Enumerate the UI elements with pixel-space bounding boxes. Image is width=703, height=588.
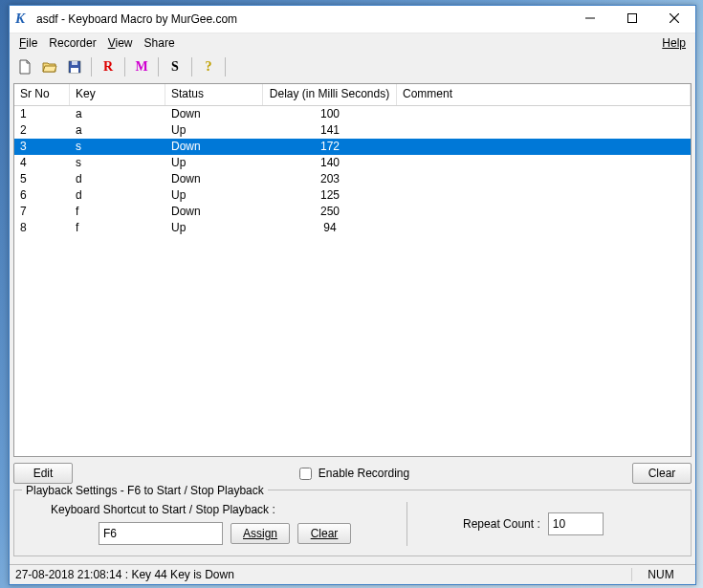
app-window: K asdf - Keyboard Macro by MurGee.com Fi… — [9, 5, 696, 585]
cell-comment — [397, 106, 691, 122]
cell-delay: 125 — [263, 187, 397, 204]
menu-recorder[interactable]: Recorder — [43, 35, 101, 51]
lower-panel: Edit Enable Recording Clear Playback Set… — [13, 461, 692, 560]
status-text: 27-08-2018 21:08:14 : Key 44 Key is Down — [15, 568, 234, 581]
shortcut-label: Keyboard Shortcut to Start / Stop Playba… — [51, 503, 351, 516]
cell-sr: 3 — [14, 139, 70, 155]
toolbar-separator — [91, 57, 92, 76]
window-title: asdf - Keyboard Macro by MurGee.com — [36, 12, 569, 26]
cell-sr: 1 — [14, 106, 70, 122]
menu-view[interactable]: View — [102, 35, 139, 51]
table-row[interactable]: 6dUp125 — [14, 187, 691, 204]
close-button[interactable] — [653, 6, 695, 33]
cell-status: Up — [165, 220, 263, 236]
cell-delay: 140 — [263, 155, 397, 171]
record-button-icon[interactable]: R — [97, 55, 120, 78]
playback-legend: Playback Settings - F6 to Start / Stop P… — [22, 484, 268, 497]
clear-shortcut-button[interactable]: Clear — [297, 523, 351, 544]
cell-sr: 5 — [14, 171, 70, 187]
cell-delay: 94 — [263, 220, 397, 236]
maximize-button[interactable] — [611, 6, 653, 33]
col-header-key[interactable]: Key — [70, 84, 165, 105]
cell-delay: 100 — [263, 106, 397, 122]
cell-status: Down — [165, 139, 263, 155]
stop-button-icon[interactable]: S — [164, 55, 187, 78]
menu-share[interactable]: Share — [139, 35, 181, 51]
cell-comment — [397, 171, 691, 187]
cell-key: s — [70, 155, 165, 171]
table-header: Sr No Key Status Delay (in Milli Seconds… — [14, 84, 691, 106]
toolbar: R M S ? — [10, 53, 695, 81]
cell-sr: 7 — [14, 204, 70, 220]
cell-comment — [397, 139, 691, 155]
playback-settings-fieldset: Playback Settings - F6 to Start / Stop P… — [13, 490, 692, 556]
repeat-count-label: Repeat Count : — [463, 517, 540, 531]
minimize-button[interactable] — [569, 6, 611, 33]
cell-sr: 4 — [14, 155, 70, 171]
new-file-button[interactable] — [13, 55, 36, 78]
cell-key: d — [70, 171, 165, 187]
table-row[interactable]: 1aDown100 — [14, 106, 691, 122]
repeat-count-input[interactable] — [548, 512, 604, 535]
enable-recording-checkbox[interactable] — [299, 468, 312, 480]
table-row[interactable]: 5dDown203 — [14, 171, 691, 187]
assign-button[interactable]: Assign — [231, 523, 290, 544]
shortcut-input[interactable] — [99, 522, 223, 545]
cell-comment — [397, 220, 691, 236]
cell-comment — [397, 187, 691, 204]
clear-list-button[interactable]: Clear — [632, 463, 692, 484]
cell-delay: 250 — [263, 204, 397, 220]
cell-comment — [397, 122, 691, 139]
edit-button[interactable]: Edit — [13, 463, 73, 484]
cell-status: Down — [165, 204, 263, 220]
macro-table[interactable]: Sr No Key Status Delay (in Milli Seconds… — [13, 83, 692, 457]
toolbar-separator — [191, 57, 192, 76]
col-header-sr[interactable]: Sr No — [14, 84, 70, 105]
svg-rect-5 — [71, 68, 78, 73]
cell-key: a — [70, 122, 165, 139]
cell-key: s — [70, 139, 165, 155]
cell-sr: 6 — [14, 187, 70, 204]
table-row[interactable]: 8fUp94 — [14, 220, 691, 236]
cell-comment — [397, 155, 691, 171]
col-header-delay[interactable]: Delay (in Milli Seconds) — [263, 84, 397, 105]
mouse-button-icon[interactable]: M — [130, 55, 153, 78]
cell-delay: 203 — [263, 171, 397, 187]
title-bar: K asdf - Keyboard Macro by MurGee.com — [10, 6, 695, 33]
svg-rect-1 — [628, 14, 637, 23]
cell-key: a — [70, 106, 165, 122]
cell-status: Down — [165, 171, 263, 187]
cell-comment — [397, 204, 691, 220]
cell-delay: 172 — [263, 139, 397, 155]
help-button-icon[interactable]: ? — [197, 55, 220, 78]
cell-key: d — [70, 187, 165, 204]
cell-status: Up — [165, 187, 263, 204]
open-file-button[interactable] — [38, 55, 61, 78]
table-body: 1aDown1002aUp1413sDown1724sUp1405dDown20… — [14, 106, 691, 236]
menu-help[interactable]: Help — [656, 35, 692, 51]
table-row[interactable]: 4sUp140 — [14, 155, 691, 171]
svg-rect-6 — [72, 61, 77, 65]
vertical-separator — [406, 502, 407, 546]
toolbar-separator — [225, 57, 226, 76]
cell-key: f — [70, 204, 165, 220]
save-file-button[interactable] — [63, 55, 86, 78]
table-row[interactable]: 2aUp141 — [14, 122, 691, 139]
menu-bar: File Recorder View Share Help — [10, 33, 695, 53]
status-bar: 27-08-2018 21:08:14 : Key 44 Key is Down… — [10, 564, 695, 584]
cell-status: Down — [165, 106, 263, 122]
enable-recording-label[interactable]: Enable Recording — [319, 467, 409, 480]
table-row[interactable]: 7fDown250 — [14, 204, 691, 220]
cell-sr: 8 — [14, 220, 70, 236]
cell-status: Up — [165, 155, 263, 171]
col-header-comment[interactable]: Comment — [397, 84, 691, 105]
toolbar-separator — [124, 57, 125, 76]
cell-sr: 2 — [14, 122, 70, 139]
menu-file[interactable]: File — [13, 35, 43, 51]
cell-delay: 141 — [263, 122, 397, 139]
cell-key: f — [70, 220, 165, 236]
num-lock-indicator: NUM — [631, 568, 690, 581]
toolbar-separator — [158, 57, 159, 76]
col-header-status[interactable]: Status — [165, 84, 263, 105]
table-row[interactable]: 3sDown172 — [14, 139, 691, 155]
